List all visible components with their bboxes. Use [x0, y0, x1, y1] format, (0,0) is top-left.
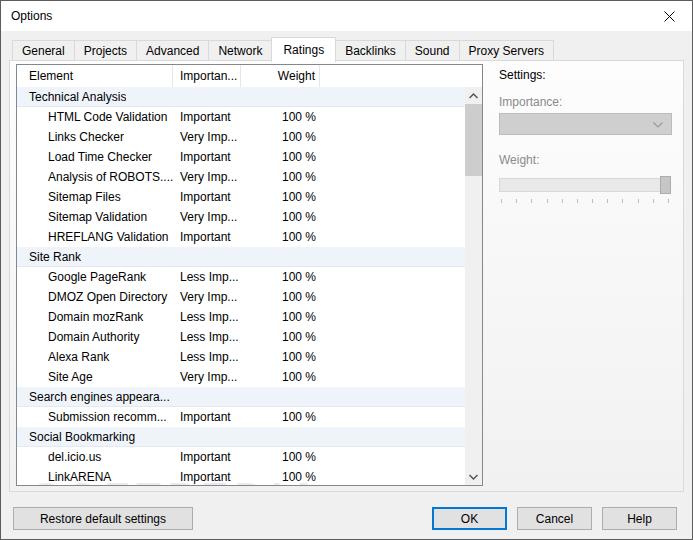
window-title: Options — [1, 9, 52, 23]
slider-tick — [501, 199, 502, 203]
cell-weight: 100 % — [241, 130, 320, 144]
cell-importance: Important — [173, 470, 241, 484]
cell-importance: Very Imp... — [173, 170, 241, 184]
cell-importance: Important — [173, 410, 241, 424]
ratings-table: Element Importan... Weight Technical Ana… — [16, 64, 483, 486]
table-row[interactable]: Domain mozRankLess Imp...100 % — [17, 307, 482, 327]
slider-thumb — [660, 176, 671, 194]
table-group-row[interactable]: Social Bookmarking — [17, 427, 482, 447]
table-row[interactable]: DMOZ Open DirectoryVery Imp...100 % — [17, 287, 482, 307]
table-row[interactable]: del.icio.usImportant100 % — [17, 447, 482, 467]
cell-element: Domain Authority — [17, 330, 173, 344]
weight-label: Weight: — [499, 153, 671, 167]
table-row[interactable]: Analysis of ROBOTS....Very Imp...100 % — [17, 167, 482, 187]
help-button[interactable]: Help — [602, 507, 677, 530]
tab-backlinks[interactable]: Backlinks — [335, 40, 406, 61]
cell-importance: Less Imp... — [173, 310, 241, 324]
column-header-weight[interactable]: Weight — [241, 65, 320, 87]
table-row[interactable]: HREFLANG ValidationImportant100 % — [17, 227, 482, 247]
cell-element: Domain mozRank — [17, 310, 173, 324]
slider-ticks — [501, 199, 669, 203]
tab-network[interactable]: Network — [208, 40, 272, 61]
table-header: Element Importan... Weight — [17, 65, 482, 87]
vertical-scrollbar[interactable] — [465, 87, 482, 485]
table-row[interactable]: HTML Code ValidationImportant100 % — [17, 107, 482, 127]
cell-element: Load Time Checker — [17, 150, 173, 164]
table-row[interactable]: Site AgeVery Imp...100 % — [17, 367, 482, 387]
table-group-row[interactable]: Search engines appeara... — [17, 387, 482, 407]
importance-select — [499, 113, 672, 135]
cell-importance: Very Imp... — [173, 370, 241, 384]
cell-weight: 100 % — [241, 290, 320, 304]
slider-tick — [547, 199, 548, 203]
chevron-down-icon — [653, 122, 663, 128]
cell-weight: 100 % — [241, 270, 320, 284]
slider-tick — [607, 199, 608, 203]
footer-bar: Restore default settings OK Cancel Help — [1, 492, 692, 539]
cell-element: Submission recomm... — [17, 410, 173, 424]
cell-weight: 100 % — [241, 350, 320, 364]
cell-element: Sitemap Validation — [17, 210, 173, 224]
tab-sound[interactable]: Sound — [405, 40, 460, 61]
cell-weight: 100 % — [241, 150, 320, 164]
cell-element: del.icio.us — [17, 450, 173, 464]
slider-tick — [562, 199, 563, 203]
importance-label: Importance: — [499, 95, 671, 109]
cell-element: Site Age — [17, 370, 173, 384]
tab-projects[interactable]: Projects — [74, 40, 137, 61]
cell-weight: 100 % — [241, 230, 320, 244]
cell-weight: 100 % — [241, 450, 320, 464]
table-row[interactable]: Domain AuthorityLess Imp...100 % — [17, 327, 482, 347]
table-row[interactable]: Google PageRankLess Imp...100 % — [17, 267, 482, 287]
scroll-down-button[interactable] — [465, 468, 482, 485]
cell-importance: Important — [173, 190, 241, 204]
tab-proxy-servers[interactable]: Proxy Servers — [459, 40, 554, 61]
scrollbar-thumb[interactable] — [465, 104, 482, 176]
cell-weight: 100 % — [241, 210, 320, 224]
cell-element: LinkARENA — [17, 470, 173, 484]
cell-weight: 100 % — [241, 330, 320, 344]
cell-importance: Important — [173, 110, 241, 124]
scroll-up-button[interactable] — [465, 87, 482, 104]
ok-button[interactable]: OK — [432, 507, 507, 530]
table-group-row[interactable]: Site Rank — [17, 247, 482, 267]
chevron-down-icon — [469, 474, 478, 480]
cell-element: Site Rank — [17, 250, 81, 264]
close-icon — [664, 11, 675, 22]
table-row[interactable]: Load Time CheckerImportant100 % — [17, 147, 482, 167]
cell-importance: Very Imp... — [173, 210, 241, 224]
table-group-row[interactable]: Technical Analysis — [17, 87, 482, 107]
importance-value — [500, 122, 506, 125]
table-row[interactable]: Sitemap ValidationVery Imp...100 % — [17, 207, 482, 227]
options-dialog: Options GeneralProjectsAdvancedNetworkRa… — [0, 0, 693, 540]
cell-element: HREFLANG Validation — [17, 230, 173, 244]
table-row[interactable]: Alexa RankLess Imp...100 % — [17, 347, 482, 367]
slider-tick — [592, 199, 593, 203]
slider-tick — [622, 199, 623, 203]
table-row[interactable]: Submission recomm...Important100 % — [17, 407, 482, 427]
column-header-importance[interactable]: Importan... — [173, 65, 241, 87]
cell-importance: Important — [173, 230, 241, 244]
cell-weight: 100 % — [241, 470, 320, 484]
tab-bar: GeneralProjectsAdvancedNetworkRatingsBac… — [1, 36, 692, 61]
tab-ratings[interactable]: Ratings — [271, 37, 336, 62]
cancel-button[interactable]: Cancel — [517, 507, 592, 530]
cell-element: Technical Analysis — [17, 90, 126, 104]
table-row[interactable]: LinkARENAImportant100 % — [17, 467, 482, 485]
tab-general[interactable]: General — [12, 40, 75, 61]
column-header-element[interactable]: Element — [17, 65, 173, 87]
cell-weight: 100 % — [241, 410, 320, 424]
weight-slider — [499, 176, 671, 204]
slider-tick — [516, 199, 517, 203]
cell-element: HTML Code Validation — [17, 110, 173, 124]
close-button[interactable] — [646, 1, 692, 31]
cell-weight: 100 % — [241, 370, 320, 384]
slider-tick — [653, 199, 654, 203]
restore-default-settings-button[interactable]: Restore default settings — [13, 507, 193, 530]
cell-importance: Less Imp... — [173, 330, 241, 344]
table-row[interactable]: Links CheckerVery Imp...100 % — [17, 127, 482, 147]
cell-weight: 100 % — [241, 110, 320, 124]
title-bar: Options — [1, 1, 692, 31]
tab-advanced[interactable]: Advanced — [136, 40, 209, 61]
table-row[interactable]: Sitemap FilesImportant100 % — [17, 187, 482, 207]
